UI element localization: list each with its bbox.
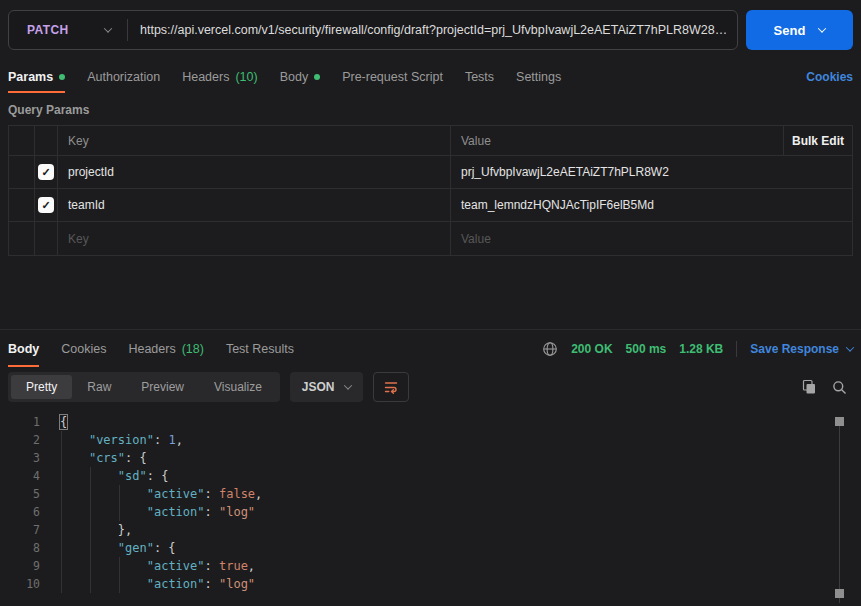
- tab-label: Authorization: [87, 70, 160, 84]
- response-section: BodyCookiesHeaders(18)Test Results 200 O…: [0, 329, 861, 606]
- drag-handle-column: [9, 126, 34, 155]
- code-line: 7 },: [0, 521, 861, 539]
- view-tab-visualize[interactable]: Visualize: [199, 375, 277, 399]
- tab-label: Body: [8, 342, 39, 356]
- line-number: 6: [0, 503, 40, 521]
- key-column-header: Key: [58, 126, 451, 155]
- param-row-empty: KeyValue: [9, 222, 852, 255]
- save-response-label: Save Response: [750, 342, 839, 356]
- checkmark-icon: ✓: [41, 199, 50, 212]
- row-checkbox[interactable]: ✓: [38, 197, 54, 213]
- response-tab-headers[interactable]: Headers(18): [128, 330, 203, 367]
- tab-label: Params: [8, 70, 53, 84]
- method-selector[interactable]: PATCH: [9, 11, 127, 49]
- copy-button[interactable]: [801, 379, 817, 395]
- divider: [736, 341, 737, 357]
- line-number: 9: [0, 557, 40, 575]
- tab-label: Settings: [516, 70, 561, 84]
- send-options-chevron-down-icon[interactable]: [818, 24, 826, 32]
- bulk-edit-button[interactable]: Bulk Edit: [784, 126, 852, 155]
- indent-guide: [119, 485, 120, 521]
- query-params-title: Query Params: [0, 93, 861, 121]
- tab-label: Headers: [128, 342, 175, 356]
- param-key-input[interactable]: Key: [58, 222, 451, 255]
- checkbox-cell: ✓: [34, 189, 58, 221]
- param-key[interactable]: teamId: [58, 189, 451, 221]
- checkbox-cell: ✓: [34, 156, 58, 188]
- code-line-text: "sd": {: [60, 467, 168, 485]
- save-response-button[interactable]: Save Response: [750, 342, 853, 356]
- line-number: 5: [0, 485, 40, 503]
- response-tab-test-results[interactable]: Test Results: [226, 330, 294, 367]
- code-line: 5 "active": false,: [0, 485, 861, 503]
- search-button[interactable]: [832, 380, 847, 395]
- view-tab-raw[interactable]: Raw: [72, 375, 126, 399]
- globe-icon: [542, 341, 558, 357]
- drag-handle[interactable]: [9, 189, 34, 221]
- tab-label: Pre-request Script: [342, 70, 443, 84]
- response-tab-body[interactable]: Body: [8, 330, 39, 367]
- view-tab-pretty[interactable]: Pretty: [11, 375, 72, 399]
- indent-guide: [119, 557, 120, 593]
- empty-space: [0, 256, 861, 329]
- indent-guide: [61, 431, 62, 593]
- send-label: Send: [774, 23, 806, 38]
- checkbox-cell: [34, 222, 58, 255]
- request-tab-authorization[interactable]: Authorization: [87, 60, 160, 93]
- drag-handle[interactable]: [9, 156, 34, 188]
- code-line: 10 "action": "log": [0, 575, 861, 593]
- param-value-input[interactable]: Value: [451, 222, 852, 255]
- code-line: 2 "version": 1,: [0, 431, 861, 449]
- param-row: ✓teamIdteam_lemndzHQNJAcTipIF6elB5Md: [9, 189, 852, 222]
- cookies-button[interactable]: Cookies: [806, 70, 853, 84]
- scrollbar-track[interactable]: [839, 419, 840, 603]
- format-select[interactable]: JSON: [290, 372, 363, 402]
- code-line-text: "version": 1,: [60, 431, 183, 449]
- request-tab-settings[interactable]: Settings: [516, 60, 561, 93]
- code-line: 8 "gen": {: [0, 539, 861, 557]
- code-line-text: },: [60, 521, 132, 539]
- request-tab-tests[interactable]: Tests: [465, 60, 494, 93]
- params-table-body: ✓projectIdprj_UfvbpIvawjL2eAETAiZT7hPLR8…: [9, 156, 852, 255]
- request-tab-headers[interactable]: Headers(10): [182, 60, 257, 93]
- scroll-marker-bottom[interactable]: [835, 589, 844, 598]
- view-tab-preview[interactable]: Preview: [126, 375, 199, 399]
- url-input[interactable]: https://api.vercel.com/v1/security/firew…: [128, 23, 737, 37]
- response-meta: 200 OK 500 ms 1.28 KB Save Response: [542, 330, 853, 367]
- response-tab-cookies[interactable]: Cookies: [61, 330, 106, 367]
- response-view-tabs: PrettyRawPreviewVisualize: [8, 372, 280, 402]
- chevron-down-icon[interactable]: [846, 343, 854, 351]
- wrap-text-button[interactable]: [373, 372, 409, 402]
- line-number: 8: [0, 539, 40, 557]
- code-line-text: "crs": {: [60, 449, 147, 467]
- param-value[interactable]: team_lemndzHQNJAcTipIF6elB5Md: [451, 189, 852, 221]
- request-tabs: ParamsAuthorizationHeaders(10)BodyPre-re…: [8, 60, 583, 93]
- response-time: 500 ms: [626, 342, 667, 356]
- request-tab-body[interactable]: Body: [280, 60, 321, 93]
- params-table-header: Key Value Bulk Edit: [9, 126, 852, 156]
- send-button[interactable]: Send: [746, 10, 853, 50]
- request-tab-pre-request-script[interactable]: Pre-request Script: [342, 60, 443, 93]
- response-size: 1.28 KB: [679, 342, 723, 356]
- value-column-header: Value: [451, 126, 784, 155]
- tab-label: Tests: [465, 70, 494, 84]
- code-editor[interactable]: 1{2 "version": 1,3 "crs": {4 "sd": {5 "a…: [0, 407, 861, 606]
- param-value[interactable]: prj_UfvbpIvawjL2eAETAiZT7hPLR8W2: [451, 156, 852, 188]
- url-bar: PATCH https://api.vercel.com/v1/security…: [8, 10, 738, 50]
- params-table: Key Value Bulk Edit ✓projectIdprj_UfvbpI…: [8, 125, 853, 256]
- method-label: PATCH: [27, 23, 69, 37]
- line-number: 2: [0, 431, 40, 449]
- api-client-app: PATCH https://api.vercel.com/v1/security…: [0, 0, 861, 606]
- tab-label: Cookies: [61, 342, 106, 356]
- response-tabs: BodyCookiesHeaders(18)Test Results: [8, 330, 316, 367]
- chevron-down-icon: [104, 24, 112, 32]
- format-label: JSON: [302, 380, 335, 394]
- request-tab-params[interactable]: Params: [8, 60, 65, 93]
- request-bar: PATCH https://api.vercel.com/v1/security…: [0, 0, 861, 60]
- row-checkbox[interactable]: ✓: [38, 164, 54, 180]
- response-tabs-row: BodyCookiesHeaders(18)Test Results 200 O…: [0, 330, 861, 367]
- code-line-text: {: [60, 413, 67, 431]
- drag-handle: [9, 222, 34, 255]
- scroll-marker-top[interactable]: [835, 417, 844, 426]
- param-key[interactable]: projectId: [58, 156, 451, 188]
